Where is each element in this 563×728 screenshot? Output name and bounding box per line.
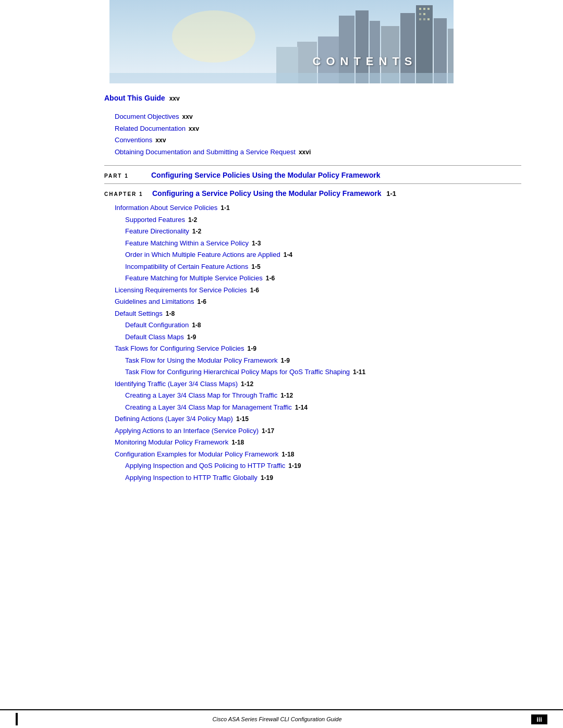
svg-rect-3 — [356, 10, 369, 83]
monitoring-link[interactable]: Monitoring Modular Policy Framework — [115, 437, 228, 448]
incompatibility-page: 1-5 — [251, 262, 260, 272]
part1-title[interactable]: Configuring Service Policies Using the M… — [151, 171, 381, 179]
licensing-link[interactable]: Licensing Requirements for Service Polic… — [115, 285, 247, 295]
svg-rect-13 — [419, 13, 421, 15]
toc-licensing: Licensing Requirements for Service Polic… — [104, 285, 521, 295]
about-items: Document Objectives xxv Related Document… — [104, 112, 521, 157]
toc-item-related-docs: Related Documentation xxv — [115, 124, 521, 134]
svg-rect-12 — [427, 8, 430, 10]
page-footer: Cisco ASA Series Firewall CLI Configurat… — [0, 709, 563, 728]
task-flows-page: 1-9 — [248, 344, 256, 353]
applying-actions-page: 1-17 — [262, 426, 274, 436]
footer-bar — [16, 713, 18, 725]
toc-default-settings: Default Settings 1-8 — [104, 309, 521, 319]
chapter1-title[interactable]: Configuring a Service Policy Using the M… — [152, 189, 382, 198]
related-docs-page: xxv — [189, 124, 199, 133]
toc-default-class-maps: Default Class Maps 1-9 — [104, 332, 521, 342]
toc-item-obtaining-docs: Obtaining Documentation and Submitting a… — [115, 147, 521, 157]
svg-rect-16 — [423, 18, 425, 20]
toc-supported-features: Supported Features 1-2 — [104, 215, 521, 225]
toc-default-config: Default Configuration 1-8 — [104, 320, 521, 330]
toc-feature-matching: Feature Matching Within a Service Policy… — [104, 238, 521, 249]
applying-inspection-globally-link[interactable]: Applying Inspection to HTTP Traffic Glob… — [125, 473, 258, 483]
creating-layer34-mgmt-link[interactable]: Creating a Layer 3/4 Class Map for Manag… — [125, 402, 292, 413]
chapter1-page: 1-1 — [386, 190, 396, 198]
toc-item-document-objectives: Document Objectives xxv — [115, 112, 521, 122]
monitoring-page: 1-18 — [231, 438, 244, 447]
obtaining-docs-link[interactable]: Obtaining Documentation and Submitting a… — [115, 147, 296, 157]
info-about-page: 1-1 — [221, 203, 229, 213]
about-this-guide-row: About This Guide xxv — [104, 94, 521, 105]
chapter1-section: CHAPTER 1 Configuring a Service Policy U… — [104, 189, 521, 198]
task-flow-mpf-link[interactable]: Task Flow for Using the Modular Policy F… — [125, 355, 278, 366]
feature-matching-multiple-page: 1-6 — [266, 274, 275, 283]
config-examples-link[interactable]: Configuration Examples for Modular Polic… — [115, 449, 278, 460]
toc-identifying-traffic: Identifying Traffic (Layer 3/4 Class Map… — [104, 379, 521, 389]
feature-matching-multiple-link[interactable]: Feature Matching for Multiple Service Po… — [125, 273, 263, 283]
content-area: About This Guide xxv Document Objectives… — [0, 83, 563, 505]
task-flow-mpf-page: 1-9 — [281, 356, 290, 365]
licensing-page: 1-6 — [250, 286, 259, 295]
chapter-divider — [104, 183, 521, 184]
default-settings-page: 1-8 — [166, 309, 175, 318]
part-divider — [104, 165, 521, 166]
about-title[interactable]: About This Guide — [104, 94, 165, 102]
obtaining-docs-page: xxvi — [299, 147, 311, 157]
identifying-traffic-link[interactable]: Identifying Traffic (Layer 3/4 Class Map… — [115, 379, 238, 389]
header-image: CONTENTS — [109, 0, 454, 83]
toc-task-flow-hierarchical: Task Flow for Configuring Hierarchical P… — [104, 367, 521, 377]
creating-layer34-through-link[interactable]: Creating a Layer 3/4 Class Map for Throu… — [125, 390, 277, 401]
guidelines-link[interactable]: Guidelines and Limitations — [115, 297, 194, 307]
config-examples-page: 1-18 — [282, 450, 294, 459]
applying-actions-link[interactable]: Applying Actions to an Interface (Servic… — [115, 426, 259, 436]
svg-rect-10 — [419, 8, 421, 10]
toc-incompatibility: Incompatibility of Certain Feature Actio… — [104, 262, 521, 272]
order-multiple-link[interactable]: Order in Which Multiple Feature Actions … — [125, 250, 280, 260]
toc-applying-inspection-globally: Applying Inspection to HTTP Traffic Glob… — [104, 473, 521, 483]
chapter1-label: CHAPTER 1 — [104, 191, 146, 197]
feature-matching-page: 1-3 — [252, 239, 261, 248]
order-multiple-page: 1-4 — [284, 250, 292, 260]
applying-inspection-globally-page: 1-19 — [261, 473, 273, 483]
feature-directionality-page: 1-2 — [192, 227, 201, 236]
svg-rect-17 — [427, 18, 430, 20]
supported-features-link[interactable]: Supported Features — [125, 215, 185, 225]
defining-actions-link[interactable]: Defining Actions (Layer 3/4 Policy Map) — [115, 414, 233, 424]
task-flows-link[interactable]: Task Flows for Configuring Service Polic… — [115, 343, 244, 354]
default-config-page: 1-8 — [192, 320, 201, 330]
toc-item-conventions: Conventions xxv — [115, 135, 521, 145]
svg-rect-11 — [423, 8, 425, 10]
footer-guide-title: Cisco ASA Series Firewall CLI Configurat… — [213, 716, 342, 722]
default-settings-link[interactable]: Default Settings — [115, 309, 163, 319]
toc-feature-directionality: Feature Directionality 1-2 — [104, 226, 521, 237]
applying-inspection-qos-link[interactable]: Applying Inspection and QoS Policing to … — [125, 461, 285, 471]
toc-applying-actions: Applying Actions to an Interface (Servic… — [104, 426, 521, 436]
feature-directionality-link[interactable]: Feature Directionality — [125, 226, 189, 237]
task-flow-hierarchical-page: 1-11 — [353, 367, 365, 377]
conventions-link[interactable]: Conventions — [115, 135, 152, 145]
info-about-link[interactable]: Information About Service Policies — [115, 203, 217, 213]
toc-feature-matching-multiple: Feature Matching for Multiple Service Po… — [104, 273, 521, 283]
default-class-maps-link[interactable]: Default Class Maps — [125, 332, 184, 342]
toc-info-about: Information About Service Policies 1-1 — [104, 203, 521, 213]
incompatibility-link[interactable]: Incompatibility of Certain Feature Actio… — [125, 262, 248, 272]
guidelines-page: 1-6 — [197, 297, 206, 306]
footer-left — [16, 713, 23, 725]
toc-config-examples: Configuration Examples for Modular Polic… — [104, 449, 521, 460]
identifying-traffic-page: 1-12 — [241, 379, 253, 389]
creating-layer34-through-page: 1-12 — [280, 391, 293, 400]
svg-rect-21 — [109, 73, 454, 83]
defining-actions-page: 1-15 — [236, 414, 249, 424]
part1-section: PART 1 Configuring Service Policies Usin… — [104, 171, 521, 179]
toc-defining-actions: Defining Actions (Layer 3/4 Policy Map) … — [104, 414, 521, 424]
toc-creating-layer34-through: Creating a Layer 3/4 Class Map for Throu… — [104, 390, 521, 401]
svg-rect-14 — [423, 13, 425, 15]
feature-matching-link[interactable]: Feature Matching Within a Service Policy — [125, 238, 249, 249]
default-config-link[interactable]: Default Configuration — [125, 320, 189, 330]
task-flow-hierarchical-link[interactable]: Task Flow for Configuring Hierarchical P… — [125, 367, 350, 377]
conventions-page: xxv — [155, 135, 166, 145]
document-objectives-link[interactable]: Document Objectives — [115, 112, 179, 122]
toc-applying-inspection-qos: Applying Inspection and QoS Policing to … — [104, 461, 521, 471]
default-class-maps-page: 1-9 — [187, 332, 196, 342]
related-docs-link[interactable]: Related Documentation — [115, 124, 186, 134]
